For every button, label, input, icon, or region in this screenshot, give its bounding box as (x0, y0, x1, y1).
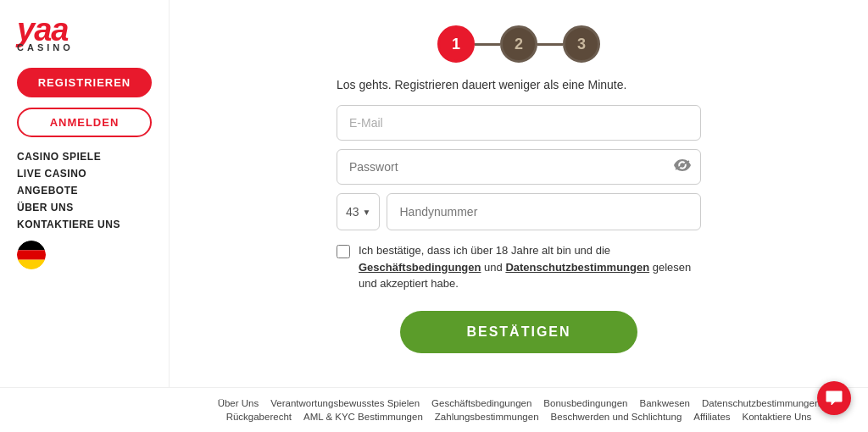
phone-row: 43 ▼ (337, 193, 701, 230)
svg-rect-2 (17, 250, 46, 259)
checkbox-text-mid: und (481, 261, 505, 274)
sidebar-item-casino-spiele[interactable]: CASINO SPIELE (17, 151, 152, 163)
footer-link-bankwesen[interactable]: Bankwesen (639, 398, 689, 408)
footer-link-geschaeftsbedingungen[interactable]: Geschäftsbedingungen (431, 398, 531, 408)
footer-link-bonusbedingungen[interactable]: Bonusbedingungen (543, 398, 627, 408)
logo-area: yaa CASINO (17, 14, 152, 53)
sidebar: yaa CASINO REGISTRIEREN ANMELDEN CASINO … (0, 0, 170, 387)
footer-links-row-2: Rückgaberecht AML & KYC Bestimmungen Zah… (226, 412, 812, 422)
footer: Über Uns Verantwortungsbewusstes Spielen… (0, 387, 868, 432)
step-2: 2 (500, 25, 537, 63)
logo-yaa: yaa (17, 14, 68, 46)
checkbox-text-before: Ich bestätige, dass ich über 18 Jahre al… (359, 244, 610, 257)
footer-link-ueber-uns[interactable]: Über Uns (218, 398, 259, 408)
svg-rect-1 (17, 241, 46, 250)
sidebar-item-ueber-uns[interactable]: ÜBER UNS (17, 202, 152, 213)
footer-links-row-1: Über Uns Verantwortungsbewusstes Spielen… (218, 398, 821, 408)
privacy-link[interactable]: Datenschutzbestimmungen (505, 261, 649, 274)
steps-row: 1 2 3 (437, 25, 600, 63)
sidebar-item-angebote[interactable]: ANGEBOTE (17, 185, 152, 197)
toggle-password-icon[interactable] (674, 159, 691, 174)
terms-label: Ich bestätige, dass ich über 18 Jahre al… (359, 242, 701, 292)
step-3: 3 (563, 25, 600, 63)
step-1: 1 (437, 25, 475, 63)
main-content: 1 2 3 Los gehts. Registrieren dauert wen… (170, 0, 868, 387)
login-button[interactable]: ANMELDEN (17, 108, 152, 137)
language-flag[interactable] (17, 241, 46, 269)
footer-link-affiliates[interactable]: Affiliates (693, 412, 730, 422)
footer-link-rueckgabe[interactable]: Rückgaberecht (226, 412, 292, 422)
footer-link-aml-kyc[interactable]: AML & KYC Bestimmungen (303, 412, 423, 422)
footer-link-zahlungsbestimmungen[interactable]: Zahlungsbestimmungen (435, 412, 539, 422)
dropdown-arrow-icon: ▼ (363, 208, 371, 217)
footer-link-beschwerden[interactable]: Beschwerden und Schlichtung (551, 412, 682, 422)
step-line-2-3 (537, 43, 563, 46)
logo-casino: CASINO (17, 42, 74, 53)
register-button[interactable]: REGISTRIEREN (17, 68, 152, 97)
step-line-1-2 (475, 43, 500, 46)
sidebar-item-live-casino[interactable]: LIVE CASINO (17, 168, 152, 180)
password-row (337, 149, 701, 185)
footer-link-datenschutz[interactable]: Datenschutzbestimmungen (702, 398, 820, 408)
confirm-button[interactable]: BESTÄTIGEN (400, 311, 637, 353)
terms-link[interactable]: Geschäftsbedingungen (359, 261, 481, 274)
chat-bubble-button[interactable] (817, 381, 851, 415)
sidebar-item-kontaktiere-uns[interactable]: KONTAKTIERE UNS (17, 219, 152, 230)
footer-link-kontaktiere-uns[interactable]: Kontaktiere Uns (743, 412, 812, 422)
terms-checkbox-row: Ich bestätige, dass ich über 18 Jahre al… (337, 242, 701, 292)
nav-menu: CASINO SPIELE LIVE CASINO ANGEBOTE ÜBER … (17, 151, 152, 230)
email-field[interactable] (337, 105, 701, 141)
password-field[interactable] (337, 149, 701, 185)
phone-prefix-select[interactable]: 43 ▼ (337, 193, 380, 230)
phone-prefix-value: 43 (346, 205, 359, 219)
footer-link-verantwortung[interactable]: Verantwortungsbewusstes Spielen (270, 398, 420, 408)
registration-form: Los gehts. Registrieren dauert weniger a… (337, 78, 701, 379)
svg-rect-3 (17, 260, 46, 269)
form-subtitle: Los gehts. Registrieren dauert weniger a… (337, 78, 701, 91)
phone-field[interactable] (387, 193, 701, 230)
terms-checkbox[interactable] (337, 245, 350, 258)
